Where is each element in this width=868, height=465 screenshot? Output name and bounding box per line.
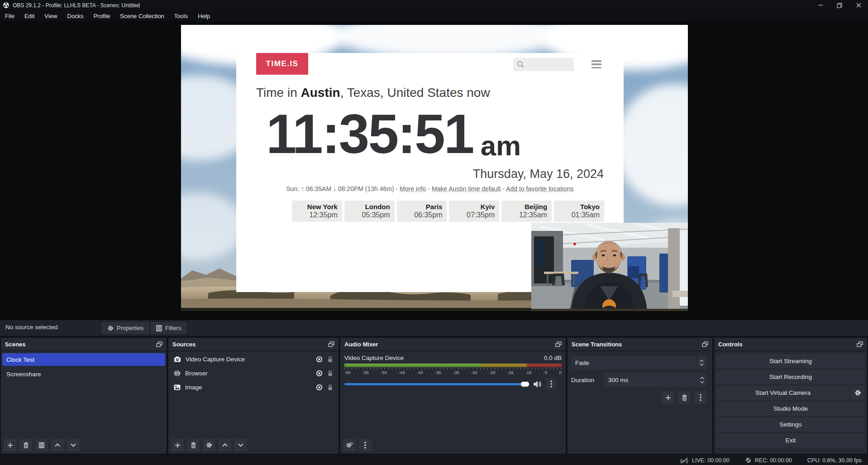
chevron-up-icon [55,443,60,447]
move-scene-up-button[interactable] [51,439,64,451]
globe-icon [174,370,181,377]
settings-button[interactable]: Settings [716,417,865,431]
source-item-video-capture[interactable]: Video Capture Device [168,353,339,365]
rec-status: REC: 00:00:00 [745,457,792,464]
world-clock-london[interactable]: London05:35pm [344,201,395,222]
exit-button[interactable]: Exit [716,433,865,447]
lock-icon[interactable] [327,384,333,391]
start-recording-button[interactable]: Start Recording [716,370,865,384]
volume-slider-handle[interactable] [521,382,529,387]
popout-icon[interactable] [328,341,334,347]
world-clock-new-york[interactable]: New York12:35pm [292,201,342,222]
preview-area: TIME.IS Time in Austin, Texas, United St… [0,21,868,320]
add-source-button[interactable] [171,439,184,451]
start-streaming-button[interactable]: Start Streaming [716,354,865,368]
move-source-up-button[interactable] [219,439,231,451]
popout-icon[interactable] [156,341,162,347]
menu-scene-collection[interactable]: Scene Collection [115,10,169,21]
volume-slider[interactable] [344,383,529,385]
sun-info-line: Sun: ↑ 06:35AM ↓ 08:20PM (13h 46m) - Mor… [236,185,624,192]
world-clock-beijing[interactable]: Beijing12:35am [501,201,552,222]
virtual-camera-settings-button[interactable] [851,386,865,400]
add-scene-button[interactable] [4,439,16,451]
duration-spinners[interactable] [700,373,704,387]
scene-transitions-title: Scene Transitions [572,341,622,348]
add-transition-button[interactable] [662,391,674,404]
status-bar: LIVE: 00:00:00 REC: 00:00:00 CPU: 0.6%, … [0,455,868,465]
add-favorite-link[interactable]: Add to favorite locations [506,185,573,192]
scene-item-clock-test[interactable]: Clock Test [2,353,165,366]
controls-title: Controls [718,341,742,348]
transition-select[interactable]: Fade [571,356,707,369]
move-source-down-button[interactable] [234,439,247,451]
current-time: 11:35:51 am [266,96,610,164]
restore-button[interactable] [830,0,849,10]
world-clock-paris[interactable]: Paris06:35pm [397,201,447,222]
trash-icon [191,442,196,448]
kebab-menu-icon [364,441,366,449]
source-properties-button[interactable] [203,439,215,451]
plus-icon [7,442,13,448]
filters-button[interactable]: Filters [151,322,186,334]
transition-properties-button[interactable] [694,391,707,404]
menu-docks[interactable]: Docks [62,10,88,21]
sources-panel: Sources Video Capture Device Browser Ima… [168,338,339,454]
visibility-eye-icon[interactable] [316,356,323,363]
popout-icon[interactable] [702,341,708,347]
sources-title: Sources [172,341,196,348]
speaker-icon[interactable] [533,380,542,388]
popout-icon[interactable] [555,341,562,347]
source-item-image[interactable]: Image [168,381,339,393]
visibility-eye-icon[interactable] [316,370,323,377]
meter-ruler [344,368,562,369]
make-default-link[interactable]: Make Austin time default [432,185,501,192]
chevron-down-icon [700,363,704,366]
lock-icon[interactable] [327,370,333,377]
menu-help[interactable]: Help [193,10,215,21]
lock-icon[interactable] [327,356,333,363]
scenes-panel: Scenes Clock Test Screenshare [1,338,167,454]
search-input[interactable] [514,58,574,71]
move-scene-down-button[interactable] [67,439,80,451]
menu-profile[interactable]: Profile [88,10,115,21]
menu-edit[interactable]: Edit [19,10,39,21]
no-source-label: No source selected [5,324,58,331]
popout-icon[interactable] [857,341,863,347]
remove-source-button[interactable] [187,439,200,451]
duration-input[interactable]: 300 ms [604,373,707,387]
remove-transition-button[interactable] [678,391,691,404]
remove-scene-button[interactable] [19,439,32,451]
advanced-audio-button[interactable] [343,439,356,451]
world-clock-tokyo[interactable]: Tokyo01:35am [554,201,604,222]
properties-button[interactable]: Properties [102,322,149,334]
close-button[interactable] [849,0,868,10]
scene-item-screenshare[interactable]: Screenshare [2,368,165,380]
mixer-menu-button[interactable] [359,439,372,451]
world-clock-kyiv[interactable]: Kyiv07:35pm [449,201,499,222]
filters-icon [39,442,44,448]
visibility-eye-icon[interactable] [316,384,323,391]
menu-tools[interactable]: Tools [169,10,193,21]
source-item-browser[interactable]: Browser [168,367,339,379]
minimize-button[interactable] [811,0,830,10]
record-off-icon [745,457,752,464]
timeis-logo[interactable]: TIME.IS [256,53,308,75]
chevron-down-icon [238,443,243,447]
more-info-link[interactable]: More info [400,185,426,192]
source-toolbar: No source selected Properties Filters [0,320,868,336]
trash-icon [682,394,687,401]
hamburger-menu-icon[interactable] [591,60,601,68]
menu-view[interactable]: View [39,10,62,21]
start-virtual-camera-button[interactable]: Start Virtual Camera [716,386,849,400]
mixer-options-button[interactable] [546,379,557,389]
mixer-volume-db: 0.0 dB [544,355,562,361]
chevron-down-icon [700,381,704,384]
chevron-down-icon [71,443,76,447]
studio-mode-button[interactable]: Studio Mode [716,402,865,416]
program-canvas[interactable]: TIME.IS Time in Austin, Texas, United St… [181,25,688,311]
select-chevrons[interactable] [696,356,707,369]
scene-filters-button[interactable] [35,439,48,451]
controls-panel: Controls Start Streaming Start Recording… [714,338,867,454]
webcam-overlay[interactable] [531,223,688,311]
menu-file[interactable]: File [0,10,19,21]
